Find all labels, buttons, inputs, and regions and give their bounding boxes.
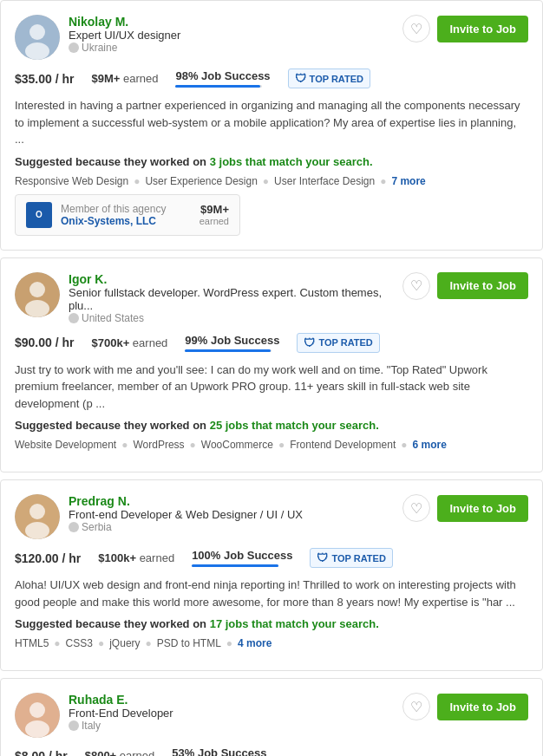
avatar: [15, 494, 60, 539]
header-right: ♡ Invite to Job: [402, 15, 528, 42]
shield-icon: 🛡: [295, 72, 306, 85]
description: Just try to work with me and you'll see:…: [15, 362, 528, 413]
freelancer-card-ruhada: Ruhada E. Front-End Developer Italy ♡ In…: [0, 678, 543, 756]
svg-point-1: [29, 24, 45, 40]
tag-separator: ●: [401, 439, 407, 451]
agency-box: O Member of this agency Onix-Systems, LL…: [15, 194, 240, 236]
user-info: Predrag N. Front-end Developer & Web Des…: [69, 494, 303, 533]
freelancer-location: Ukraine: [69, 42, 180, 54]
invite-button[interactable]: Invite to Job: [437, 694, 528, 720]
tag: User Experience Design: [145, 175, 257, 187]
earned-amount: $700k+ earned: [92, 336, 168, 349]
favorite-button[interactable]: ♡: [402, 15, 430, 42]
suggested-link[interactable]: 17 jobs that match your search.: [210, 617, 379, 630]
freelancer-location: Italy: [69, 720, 173, 732]
header-left: Nikolay M. Expert UI/UX designer Ukraine: [15, 15, 180, 60]
location-flag: [69, 522, 79, 532]
freelancer-card-predrag: Predrag N. Front-end Developer & Web Des…: [0, 479, 543, 671]
header-left: Predrag N. Front-end Developer & Web Des…: [15, 494, 303, 539]
favorite-button[interactable]: ♡: [402, 693, 430, 720]
top-rated-label: TOP RATED: [331, 553, 385, 564]
job-success-label: 98% Job Success: [175, 69, 270, 82]
svg-point-10: [29, 702, 45, 718]
description: Aloha! UI/UX web design and front-end ni…: [15, 577, 528, 610]
agency-earned-label: earned: [200, 216, 229, 226]
tag-separator: ●: [134, 175, 140, 187]
suggested: Suggested because they worked on 17 jobs…: [15, 617, 528, 630]
hourly-rate: $90.00 / hr: [15, 336, 75, 349]
svg-point-4: [29, 282, 45, 297]
top-rated-label: TOP RATED: [318, 337, 372, 348]
tag: User Interface Design: [274, 175, 375, 187]
agency-name[interactable]: Onix-Systems, LLC: [61, 215, 166, 227]
job-success-bar: [185, 349, 272, 352]
tag: WordPress: [133, 439, 184, 451]
earned-amount: $9M+ earned: [92, 72, 159, 85]
freelancer-card-nikolay: Nikolay M. Expert UI/UX designer Ukraine…: [0, 0, 543, 251]
card-header: Nikolay M. Expert UI/UX designer Ukraine…: [15, 15, 528, 60]
agency-logo: O: [26, 202, 52, 228]
description: Interested in having a partner experienc…: [15, 97, 528, 148]
job-success-label: 53% Job Success: [172, 746, 266, 756]
freelancer-title: Front-End Developer: [69, 707, 173, 720]
tag-more[interactable]: 6 more: [413, 439, 447, 451]
freelancer-name[interactable]: Predrag N.: [69, 494, 303, 508]
location-flag: [69, 42, 79, 53]
tag-more[interactable]: 4 more: [238, 637, 272, 649]
tag: CSS3: [66, 637, 93, 649]
header-left: Igor K. Senior fullstack developer. Word…: [15, 272, 402, 324]
favorite-button[interactable]: ♡: [402, 272, 430, 300]
suggested-link[interactable]: 25 jobs that match your search.: [210, 419, 379, 432]
svg-point-11: [25, 720, 49, 738]
job-success-fill: [192, 564, 278, 567]
tag-separator: ●: [263, 175, 269, 187]
tag-separator: ●: [278, 439, 285, 451]
job-success: 98% Job Success: [175, 69, 270, 88]
job-success-fill: [175, 85, 260, 88]
tag: HTML5: [15, 637, 49, 649]
job-success: 53% Job Success: [172, 746, 266, 756]
freelancer-name[interactable]: Nikolay M.: [69, 15, 180, 29]
top-rated-badge: 🛡 TOP RATED: [297, 333, 379, 353]
tag-more[interactable]: 7 more: [391, 175, 425, 187]
hourly-rate: $8.00 / hr: [15, 749, 68, 757]
stats-row: $8.00 / hr $800+ earned 53% Job Success: [15, 746, 528, 756]
freelancer-title: Senior fullstack developer. WordPress ex…: [69, 286, 402, 312]
header-left: Ruhada E. Front-End Developer Italy: [15, 693, 173, 738]
tag: Responsive Web Design: [15, 175, 128, 187]
tag-separator: ●: [380, 175, 386, 187]
stats-row: $120.00 / hr $100k+ earned 100% Job Succ…: [15, 548, 528, 568]
suggested-link[interactable]: 3 jobs that match your search.: [210, 155, 373, 168]
favorite-button[interactable]: ♡: [402, 494, 430, 522]
header-right: ♡ Invite to Job: [402, 272, 528, 300]
invite-button[interactable]: Invite to Job: [437, 495, 528, 522]
invite-button[interactable]: Invite to Job: [437, 272, 528, 299]
freelancer-name[interactable]: Ruhada E.: [69, 693, 173, 707]
location-flag: [69, 313, 79, 323]
top-rated-badge: 🛡 TOP RATED: [288, 68, 370, 88]
top-rated-badge: 🛡 TOP RATED: [310, 548, 392, 568]
avatar: [15, 15, 60, 60]
invite-button[interactable]: Invite to Job: [437, 16, 528, 42]
avatar: [15, 272, 60, 317]
agency-title: Member of this agency: [61, 203, 166, 215]
freelancer-name[interactable]: Igor K.: [69, 272, 402, 286]
suggested: Suggested because they worked on 3 jobs …: [15, 155, 528, 168]
tag: WooCommerce: [201, 439, 273, 451]
card-header: Igor K. Senior fullstack developer. Word…: [15, 272, 528, 324]
freelancer-location: Serbia: [69, 521, 303, 533]
agency-earned: $9M+ earned: [200, 203, 229, 226]
hourly-rate: $35.00 / hr: [15, 72, 75, 86]
svg-point-8: [25, 522, 49, 539]
freelancer-title: Front-end Developer & Web Designer / UI …: [69, 508, 303, 521]
freelancer-location: United States: [69, 312, 402, 324]
job-success-label: 100% Job Success: [192, 549, 292, 562]
earned-amount: $800+ earned: [85, 749, 155, 756]
tag: Website Development: [15, 439, 116, 451]
tag-separator: ●: [98, 637, 104, 649]
job-success: 99% Job Success: [185, 334, 279, 352]
user-info: Igor K. Senior fullstack developer. Word…: [69, 272, 402, 324]
svg-point-7: [29, 504, 45, 519]
job-success-label: 99% Job Success: [185, 334, 279, 347]
tag-separator: ●: [54, 637, 60, 649]
